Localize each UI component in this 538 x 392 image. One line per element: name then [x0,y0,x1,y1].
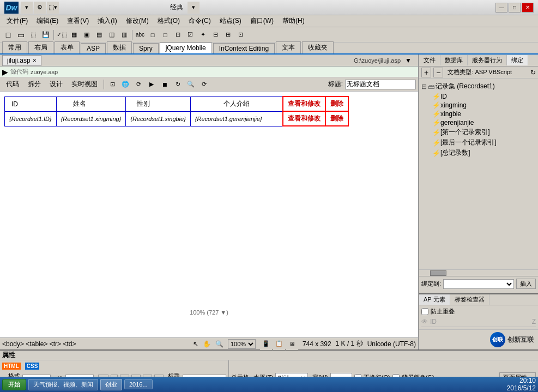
tb-browse[interactable]: ⬚ [27,29,39,41]
toolbar-icon-1[interactable]: ▾ [21,2,33,14]
tb-validate[interactable]: ▦ [68,29,80,41]
tab-favorites[interactable]: 收藏夹 [302,41,334,53]
tab-jquery-mobile[interactable]: jQuery Mobile [160,43,212,53]
tb-check2[interactable]: ☑ [184,29,196,41]
tb-box3[interactable]: ⊡ [172,29,184,41]
toolbar-icon-3[interactable]: ⬚▾ [47,2,59,14]
tab-text[interactable]: 文本 [276,41,301,53]
tb-star[interactable]: ✦ [197,29,209,41]
menu-file[interactable]: 文件(F) [2,15,32,27]
filter-icon[interactable]: ▼ [405,57,412,64]
tb-abc[interactable]: abc [134,29,146,41]
menu-window[interactable]: 窗口(W) [246,15,278,27]
tb-check[interactable]: ✓⬚ [56,29,68,41]
hand-icon[interactable]: ✋ [203,340,211,348]
tb-collapse[interactable]: ▤ [93,29,105,41]
cell-delete[interactable]: 删除 [325,111,348,126]
menu-format[interactable]: 格式(O) [153,15,184,27]
hscroll-thumb[interactable] [430,270,446,276]
menu-view[interactable]: 查看(V) [63,15,93,27]
minus-btn[interactable]: − [433,68,443,77]
tree-item-gerenjianjie[interactable]: ⚡ gerenjianjie [430,118,538,127]
menu-site[interactable]: 站点(S) [215,15,246,27]
menu-edit[interactable]: 编辑(E) [32,15,63,27]
tree-item-xingming[interactable]: ⚡ xingming [430,101,538,110]
tab-form[interactable]: 表单 [55,41,80,53]
ap-tab[interactable]: AP 元素 [419,294,450,305]
taskbar-item-year[interactable]: 2016... [124,379,153,389]
zoom-icon[interactable]: 🔍 [215,340,223,348]
menu-insert[interactable]: 插入(I) [93,15,121,27]
css-badge[interactable]: CSS [25,363,40,370]
tree-item-xingbie[interactable]: ⚡ xingbie [430,110,538,118]
taskbar-item-weather[interactable]: 天气预报、视频、新闻 [28,379,98,390]
tree-item-total[interactable]: ⚡ [总记录数] [430,148,538,158]
html-badge-label[interactable]: HTML [2,363,21,370]
tab-spry[interactable]: Spry [133,43,159,53]
right-tab-files[interactable]: 文件 [419,55,440,65]
view-icon-4[interactable]: ▶ [146,79,158,91]
tab-incontext[interactable]: InContext Editing [213,43,275,53]
tb-col2[interactable]: ▥ [118,29,130,41]
view-tablet[interactable]: 📋 [273,338,285,350]
code-btn[interactable]: 代码 [2,78,23,91]
view-desktop[interactable]: 🖥 [286,338,298,350]
tb-open[interactable]: ▭ [15,29,27,41]
design-btn[interactable]: 设计 [46,78,67,91]
tree-item-first-idx[interactable]: ⚡ [第一个记录索引] [430,127,538,137]
plus-btn[interactable]: + [421,68,431,77]
right-tab-db[interactable]: 数据库 [440,55,468,65]
right-tab-server[interactable]: 服务器行为 [468,55,507,65]
right-bottom-scroll[interactable] [531,294,538,305]
tb-expand[interactable]: ▣ [81,29,93,41]
view-icon-1[interactable]: ⊡ [106,79,118,91]
tb-save[interactable]: 💾 [40,29,52,41]
title-input[interactable] [345,80,416,89]
bind-to-select[interactable] [443,279,514,289]
tree-item-id[interactable]: ⚡ ID [430,92,538,101]
tree-recordset-root[interactable]: ⊟ 🗃 记录集 (Recordset1) [419,81,538,92]
preset-dropdown[interactable]: ▾ [188,2,200,14]
tree-item-last-idx[interactable]: ⚡ [最后一个记录索引] [430,137,538,148]
realtime-btn[interactable]: 实时视图 [68,78,101,91]
view-icon-6[interactable]: ↻ [172,79,184,91]
tab-data[interactable]: 数据 [107,41,132,53]
tb-box5[interactable]: ⊡ [234,29,246,41]
insert-btn[interactable]: 插入 [516,279,536,289]
tb-new[interactable]: □ [2,29,14,41]
cell-view-edit[interactable]: 查看和修改 [283,111,325,126]
tb-grid[interactable]: ⊞ [222,29,234,41]
prevent-duplicate-checkbox[interactable] [421,308,428,315]
tb-box4[interactable]: ⊟ [209,29,221,41]
zoom-select[interactable]: 100% 50% 200% [228,339,256,349]
maximize-btn[interactable]: □ [509,3,521,13]
css-badge-label[interactable]: CSS [25,363,40,370]
view-phone[interactable]: 📱 [260,338,272,350]
cursor-icon[interactable]: ↖ [193,340,198,348]
doc-tab-close[interactable]: × [33,57,37,64]
view-icon-5[interactable]: ⏹ [159,79,171,91]
tab-asp[interactable]: ASP [81,43,106,53]
tab-layout[interactable]: 布局 [28,41,53,53]
tb-box1[interactable]: □ [147,29,159,41]
right-tab-bind[interactable]: 绑定 [507,55,528,65]
toolbar-icon-2[interactable]: ⚙ [34,2,46,14]
view-icon-2[interactable]: 🌐 [119,79,131,91]
tag-inspector-tab[interactable]: 标签检查器 [450,294,489,305]
view-icon-refresh[interactable]: ⟳ [198,79,210,91]
tab-common[interactable]: 常用 [2,41,27,53]
html-badge[interactable]: HTML [2,363,21,370]
tb-expand2[interactable]: ◫ [106,29,118,41]
doc-tab-jiluji[interactable]: jiluji.asp × [2,55,41,66]
close-btn[interactable]: ✕ [522,3,534,13]
tb-box2[interactable]: □ [159,29,171,41]
split-btn[interactable]: 拆分 [24,78,45,91]
taskbar-item-startup[interactable]: 创业 [100,379,122,390]
breadcrumb-arrow[interactable]: ▶ [2,68,8,76]
view-icon-3[interactable]: ⟳ [132,79,144,91]
view-icon-7[interactable]: 🔍 [185,79,197,91]
minimize-btn[interactable]: — [495,3,507,13]
menu-command[interactable]: 命令(C) [184,15,215,27]
refresh-icon[interactable]: ↻ [530,69,536,76]
menu-modify[interactable]: 修改(M) [122,15,153,27]
